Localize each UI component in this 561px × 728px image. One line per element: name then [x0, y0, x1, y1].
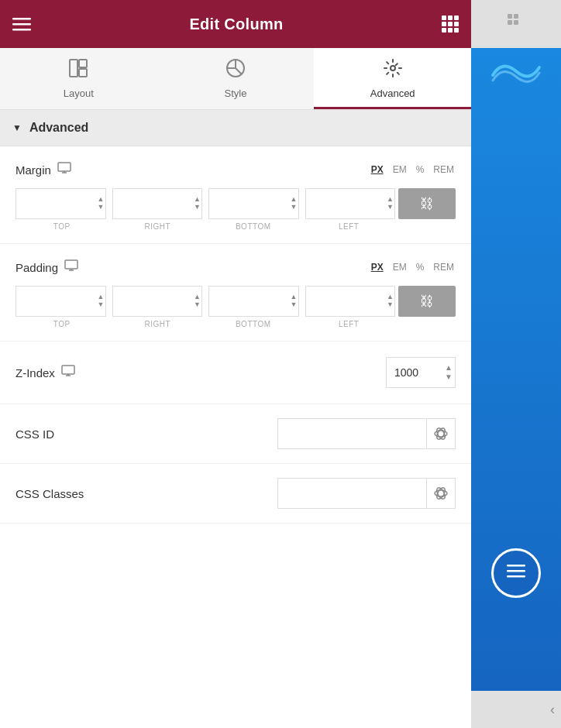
padding-top-arrows: ▲ ▼: [98, 294, 105, 309]
hamburger-icon[interactable]: [12, 15, 31, 33]
margin-bottom-cell: ▲ ▼: [208, 188, 299, 219]
padding-text: Padding: [15, 261, 58, 274]
svg-rect-3: [442, 15, 446, 20]
padding-left-cell: ▲ ▼: [305, 286, 396, 317]
z-index-text: Z-Index: [15, 366, 55, 379]
sidebar-grid-icon[interactable]: [508, 14, 525, 35]
css-id-row: CSS ID: [0, 404, 471, 464]
css-classes-row: CSS Classes: [0, 464, 471, 524]
right-sidebar: ‹: [471, 0, 561, 728]
margin-top-down[interactable]: ▼: [98, 204, 105, 211]
section-arrow-icon[interactable]: ▼: [12, 122, 22, 133]
css-classes-input-wrap: [277, 478, 456, 509]
svg-rect-30: [507, 565, 525, 567]
padding-monitor-icon[interactable]: [64, 259, 78, 275]
header-title: Edit Column: [189, 15, 283, 33]
tab-advanced[interactable]: Advanced: [314, 48, 471, 109]
padding-right-label: RIGHT: [112, 320, 205, 328]
svg-rect-1: [12, 23, 31, 26]
margin-unit-percent[interactable]: %: [415, 163, 426, 177]
margin-unit-rem[interactable]: REM: [432, 163, 456, 177]
padding-top-down[interactable]: ▼: [98, 301, 105, 309]
z-index-down[interactable]: ▼: [445, 373, 453, 382]
padding-unit-percent[interactable]: %: [415, 260, 426, 274]
margin-link-icon: ⛓: [420, 196, 434, 212]
padding-bottom-down[interactable]: ▼: [291, 301, 298, 309]
sidebar-bottom: ‹: [471, 691, 561, 728]
padding-units: PX EM % REM: [370, 260, 456, 274]
svg-rect-11: [454, 28, 459, 33]
margin-left-down[interactable]: ▼: [387, 204, 394, 211]
sidebar-top: [471, 0, 561, 48]
margin-left-input[interactable]: [305, 188, 396, 219]
padding-left-down[interactable]: ▼: [387, 301, 394, 309]
margin-monitor-icon[interactable]: [57, 162, 71, 177]
grid-icon[interactable]: [442, 15, 459, 33]
margin-right-down[interactable]: ▼: [194, 204, 201, 211]
margin-sub-labels: TOP RIGHT BOTTOM LEFT: [15, 222, 456, 231]
svg-rect-27: [514, 14, 518, 19]
tabs-bar: Layout Style Advanced: [0, 48, 471, 110]
sidebar-blue-area: [471, 48, 561, 691]
css-id-input-wrap: [277, 418, 456, 449]
margin-link-button[interactable]: ⛓: [398, 188, 456, 219]
padding-left-input[interactable]: [305, 286, 396, 317]
css-classes-icon[interactable]: [426, 479, 455, 508]
svg-rect-28: [508, 20, 512, 25]
css-classes-input[interactable]: [278, 479, 426, 508]
padding-left-label: LEFT: [303, 320, 396, 328]
padding-right-arrows: ▲ ▼: [194, 294, 201, 309]
main-panel: Edit Column: [0, 0, 471, 728]
padding-left-arrows: ▲ ▼: [387, 294, 394, 309]
svg-rect-2: [12, 29, 31, 31]
margin-right-cell: ▲ ▼: [112, 188, 203, 219]
tab-layout[interactable]: Layout: [0, 48, 157, 109]
chevron-left-icon[interactable]: ‹: [550, 702, 555, 718]
margin-spinners-row: ▲ ▼ ▲ ▼ ▲: [15, 188, 456, 219]
padding-label: Padding: [15, 259, 78, 275]
margin-top-cell: ▲ ▼: [15, 188, 106, 219]
svg-rect-32: [507, 575, 525, 578]
svg-rect-9: [442, 28, 446, 33]
padding-right-down[interactable]: ▼: [194, 301, 201, 309]
margin-top-input[interactable]: [15, 188, 106, 219]
css-id-icon[interactable]: [426, 419, 455, 448]
tab-style[interactable]: Style: [157, 48, 315, 109]
padding-spinners-row: ▲ ▼ ▲ ▼ ▲: [15, 286, 456, 317]
padding-right-input[interactable]: [112, 286, 203, 317]
margin-left-label: LEFT: [303, 222, 396, 231]
wave-icon: [489, 56, 543, 93]
tab-style-label: Style: [225, 88, 247, 99]
margin-bottom-down[interactable]: ▼: [291, 204, 298, 211]
z-index-monitor-icon[interactable]: [61, 365, 75, 380]
margin-text: Margin: [15, 163, 51, 177]
padding-link-button[interactable]: ⛓: [398, 286, 456, 317]
padding-bottom-label: BOTTOM: [207, 320, 300, 328]
margin-unit-px[interactable]: PX: [370, 163, 385, 177]
svg-rect-18: [65, 260, 77, 269]
margin-right-arrows: ▲ ▼: [194, 196, 201, 211]
z-index-up[interactable]: ▲: [445, 363, 453, 373]
fab-button[interactable]: [491, 548, 541, 598]
css-id-input[interactable]: [278, 419, 426, 448]
margin-label: Margin: [15, 162, 71, 177]
svg-rect-10: [448, 28, 453, 33]
padding-top-cell: ▲ ▼: [15, 286, 106, 317]
css-id-label: CSS ID: [15, 428, 54, 441]
margin-unit-em[interactable]: EM: [391, 163, 408, 177]
tab-advanced-label: Advanced: [370, 88, 415, 99]
padding-bottom-input[interactable]: [208, 286, 299, 317]
margin-bottom-arrows: ▲ ▼: [291, 196, 298, 211]
margin-bottom-input[interactable]: [208, 188, 299, 219]
svg-rect-13: [79, 60, 87, 67]
layout-icon: [68, 58, 88, 83]
padding-unit-rem[interactable]: REM: [432, 260, 456, 274]
svg-rect-17: [58, 163, 71, 171]
margin-right-input[interactable]: [112, 188, 203, 219]
padding-unit-px[interactable]: PX: [370, 260, 385, 274]
margin-left-arrows: ▲ ▼: [387, 196, 394, 211]
padding-top-input[interactable]: [15, 286, 106, 317]
padding-unit-em[interactable]: EM: [391, 260, 408, 274]
padding-label-row: Padding PX EM % REM: [15, 259, 456, 275]
padding-link-icon: ⛓: [420, 294, 434, 310]
